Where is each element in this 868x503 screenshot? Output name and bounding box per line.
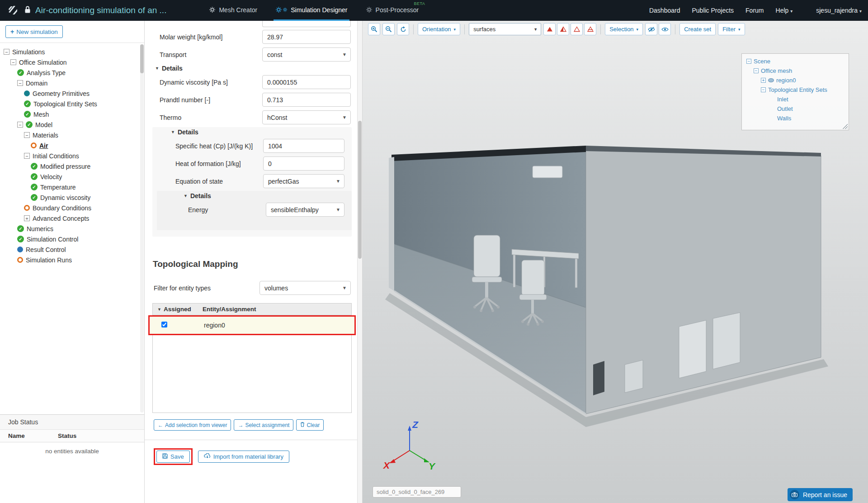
scene-tree-item-outlet[interactable]: Outlet	[745, 104, 846, 114]
tree-item-geometry-primitives[interactable]: Geometry Primitives	[0, 88, 144, 99]
tree-item-analysis-type[interactable]: ✓Analysis Type	[0, 67, 144, 78]
expander-minus-icon[interactable]: −	[746, 59, 751, 64]
import-from-material-library-button[interactable]: Import from material library	[198, 451, 289, 463]
gear-icon	[275, 6, 288, 13]
clip-plane-section-button[interactable]	[584, 23, 596, 35]
specific-heat-input[interactable]	[263, 139, 344, 153]
expander-minus-icon[interactable]: −	[761, 87, 766, 92]
expander-minus-icon[interactable]: −	[17, 122, 23, 128]
tree-item-office-simulation[interactable]: −Office Simulation	[0, 57, 144, 67]
tree-item-dynamic-viscosity[interactable]: ✓Dynamic viscosity	[0, 192, 144, 203]
tree-item-velocity[interactable]: ✓Velocity	[0, 171, 144, 182]
scene-tree-item-scene[interactable]: −Scene	[745, 57, 846, 66]
filter-dropdown[interactable]: Filter▾	[718, 23, 745, 35]
tree-item-advanced-concepts[interactable]: +Advanced Concepts	[0, 213, 144, 223]
create-set-button[interactable]: Create set	[679, 23, 716, 35]
dynamic-viscosity-input[interactable]	[262, 75, 351, 89]
equation-of-state-select[interactable]: perfectGas▼	[263, 174, 344, 188]
details-header[interactable]: ▼Details	[152, 127, 352, 137]
energy-select[interactable]: sensibleEnthalpy▼	[266, 203, 344, 217]
tree-item-mesh[interactable]: ✓Mesh	[0, 109, 144, 119]
scene-tree-item-office-mesh[interactable]: −Office mesh	[745, 66, 846, 76]
expander-minus-icon[interactable]: −	[10, 59, 16, 65]
hide-selection-button[interactable]	[645, 23, 657, 35]
expander-plus-icon[interactable]: +	[24, 215, 30, 221]
save-button[interactable]: Save	[156, 451, 190, 463]
refresh-view-button[interactable]	[397, 23, 409, 35]
entity-column-header[interactable]: Entity/Assignment	[203, 306, 351, 313]
user-menu[interactable]: sjesu_rajendra ▾	[816, 7, 862, 14]
orientation-dropdown[interactable]: Orientation▾	[418, 23, 460, 35]
clip-plane-outline-button[interactable]	[571, 23, 583, 35]
tree-item-materials[interactable]: −Materials	[0, 130, 144, 140]
heat-of-formation-input[interactable]	[263, 157, 344, 171]
panel-scrollbar[interactable]	[357, 21, 363, 503]
details-header[interactable]: ▼Details	[145, 63, 357, 73]
zoom-in-button[interactable]	[368, 23, 380, 35]
details-header[interactable]: ▼Details	[157, 191, 352, 201]
zoom-out-button[interactable]	[382, 23, 395, 35]
clip-plane-solid-button[interactable]	[543, 23, 556, 35]
nav-dashboard[interactable]: Dashboard	[649, 7, 680, 14]
selected-face-field[interactable]	[373, 486, 461, 498]
select-assignment-button[interactable]: → Select assignment	[234, 419, 293, 431]
new-simulation-button[interactable]: + New simulation	[5, 25, 63, 38]
scene-tree-item-inlet[interactable]: Inlet	[745, 95, 846, 104]
molar-weight-input[interactable]	[262, 30, 351, 44]
app-logo-icon[interactable]	[6, 4, 20, 17]
ac-unit[interactable]	[533, 166, 562, 178]
tree-item-topological-entity-sets[interactable]: ✓Topological Entity Sets	[0, 99, 144, 109]
selection-dropdown[interactable]: Selection▾	[605, 23, 643, 35]
tree-item-modified-pressure[interactable]: ✓Modified pressure	[0, 161, 144, 171]
scene-tree-item-walls[interactable]: Walls	[745, 114, 846, 123]
resize-handle[interactable]	[842, 123, 848, 129]
transport-select[interactable]: const▼	[262, 47, 351, 62]
tree-item-domain[interactable]: −Domain	[0, 78, 144, 88]
tree-item-simulation-runs[interactable]: Simulation Runs	[0, 255, 144, 265]
sidebar-scrollbar[interactable]	[140, 44, 144, 413]
tab-simulation-designer[interactable]: Simulation Designer	[274, 0, 349, 21]
expander-minus-icon[interactable]: −	[24, 153, 30, 159]
tree-item-simulations[interactable]: −Simulations	[0, 47, 144, 57]
expander-minus-icon[interactable]: −	[24, 132, 30, 138]
tree-item-temperature[interactable]: ✓Temperature	[0, 182, 144, 192]
assigned-column-header[interactable]: Assigned	[164, 306, 191, 313]
entity-filter-select[interactable]: volumes▼	[259, 281, 351, 295]
prandtl-number-input[interactable]	[262, 93, 351, 107]
report-issue-button[interactable]: Report an issue	[788, 488, 853, 501]
nav-forum[interactable]: Forum	[745, 7, 764, 14]
render-mode-select[interactable]: surfaces▼	[469, 23, 541, 35]
assigned-checkbox[interactable]	[161, 322, 167, 327]
nav-public-projects[interactable]: Public Projects	[692, 7, 734, 14]
tree-item-numerics[interactable]: ✓Numerics	[0, 223, 144, 234]
viewer-3d[interactable]: Orientation▾ surfaces▼ Selection▾ Create…	[363, 21, 868, 503]
scene-tree-item-topological-entity-sets[interactable]: −Topological Entity Sets	[745, 85, 846, 95]
assignment-row[interactable]: region0	[150, 317, 354, 334]
tree-item-simulation-control[interactable]: ✓Simulation Control	[0, 234, 144, 244]
cropped-input[interactable]	[262, 21, 351, 27]
sort-desc-icon[interactable]: ▼	[157, 307, 161, 312]
scene-tree-item-region0[interactable]: +region0	[745, 76, 846, 85]
add-selection-from-viewer-button[interactable]: ← Add selection from viewer	[154, 419, 231, 431]
expander-plus-icon[interactable]: +	[761, 78, 766, 83]
tree-item-air[interactable]: Air	[0, 140, 144, 151]
project-title[interactable]: Air-conditioning simulation of an ...	[35, 5, 166, 15]
tree-item-initial-conditions[interactable]: −Initial Conditions	[0, 151, 144, 161]
expander-minus-icon[interactable]: −	[754, 68, 759, 73]
scrollbar-thumb[interactable]	[358, 121, 362, 259]
expander-minus-icon[interactable]: −	[4, 49, 9, 55]
scrollbar-thumb[interactable]	[140, 44, 144, 73]
camera-icon	[790, 490, 799, 499]
expander-minus-icon[interactable]: −	[17, 80, 23, 86]
transport-label: Transport	[160, 51, 186, 58]
tree-item-result-control[interactable]: Result Control	[0, 244, 144, 255]
show-selection-button[interactable]	[659, 23, 671, 35]
tree-item-boundary-conditions[interactable]: Boundary Conditions	[0, 203, 144, 213]
tab-post-processor[interactable]: Post-ProcessorBETA	[364, 0, 421, 21]
clear-button[interactable]: Clear	[296, 419, 324, 431]
tab-mesh-creator[interactable]: Mesh Creator	[207, 0, 259, 21]
clip-plane-half-button[interactable]	[557, 23, 569, 35]
nav-help[interactable]: Help ▾	[776, 7, 793, 14]
tree-item-model[interactable]: −✓Model	[0, 119, 144, 130]
thermo-select[interactable]: hConst▼	[262, 110, 351, 124]
